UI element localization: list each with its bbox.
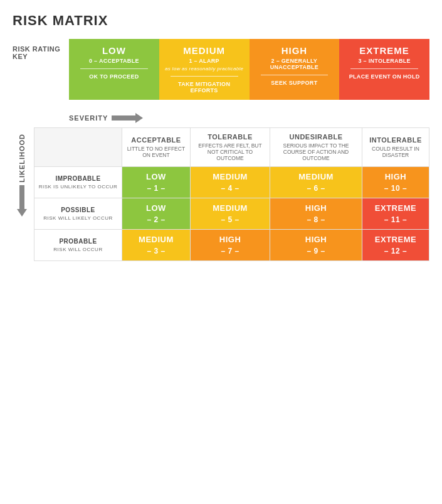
row-label-improbable: IMPROBABLERISK IS UNLIKELY TO OCCUR: [34, 167, 122, 198]
cell-r0-c1: MEDIUM– 4 –: [190, 167, 270, 198]
medium-desc2: as low as reasonably practicable: [164, 66, 245, 72]
cell-r0-c3: HIGH– 10 –: [362, 167, 429, 198]
intolerable-header: INTOLERABLE: [369, 136, 422, 144]
intolerable-sub: COULD RESULT IN DISASTER: [366, 146, 425, 158]
likelihood-label: LIKELIHOOD: [18, 134, 26, 183]
low-level: LOW: [74, 45, 154, 56]
severity-label: SEVERITY: [69, 114, 108, 122]
high-level: HIGH: [255, 45, 335, 56]
row-label-possible: POSSIBLERISK WILL LIKELY OCCUR: [34, 198, 122, 230]
extreme-action: PLACE EVENT ON HOLD: [344, 73, 424, 80]
tolerable-sub: EFFECTS ARE FELT, BUT NOT CRITICAL TO OU…: [194, 142, 266, 161]
matrix-row: IMPROBABLERISK IS UNLIKELY TO OCCURLOW– …: [34, 167, 429, 198]
rating-box-extreme: EXTREME 3 – INTOLERABLE PLACE EVENT ON H…: [339, 39, 429, 100]
matrix-row: POSSIBLERISK WILL LIKELY OCCURLOW– 2 –ME…: [34, 198, 429, 230]
cell-r1-c2: HIGH– 8 –: [270, 198, 362, 230]
cell-r2-c3: EXTREME– 12 –: [362, 230, 429, 261]
acceptable-sub: LITTLE TO NO EFFECT ON EVENT: [126, 146, 186, 158]
severity-col-acceptable: ACCEPTABLE LITTLE TO NO EFFECT ON EVENT: [122, 128, 191, 167]
high-desc: 2 – GENERALLY UNACCEPTABLE: [255, 58, 335, 70]
risk-matrix-table: ACCEPTABLE LITTLE TO NO EFFECT ON EVENT …: [34, 127, 429, 261]
cell-r0-c0: LOW– 1 –: [122, 167, 191, 198]
cell-r1-c3: EXTREME– 11 –: [362, 198, 429, 230]
medium-level: MEDIUM: [164, 45, 245, 56]
extreme-level: EXTREME: [344, 45, 424, 56]
acceptable-header: ACCEPTABLE: [131, 136, 181, 144]
rating-key-label: RISK RATING KEY: [13, 39, 69, 60]
severity-arrow-icon: [112, 112, 143, 124]
likelihood-col: LIKELIHOOD: [13, 127, 31, 217]
undesirable-header: UNDESIRABLE: [290, 133, 343, 141]
cell-r2-c1: HIGH– 7 –: [190, 230, 270, 261]
undesirable-sub: SERIOUS IMPACT TO THE COURSE OF ACTION A…: [274, 142, 358, 161]
medium-action: TAKE MITIGATION EFFORTS: [164, 81, 245, 94]
low-action: OK TO PROCEED: [74, 73, 154, 80]
low-desc: 0 – ACCEPTABLE: [74, 58, 154, 64]
cell-r0-c2: MEDIUM– 6 –: [270, 167, 362, 198]
tolerable-header: TOLERABLE: [208, 133, 253, 141]
page-title: RISK MATRIX: [13, 13, 429, 29]
row-label-probable: PROBABLERISK WILL OCCUR: [34, 230, 122, 261]
matrix-row: PROBABLERISK WILL OCCURMEDIUM– 3 –HIGH– …: [34, 230, 429, 261]
severity-header-row: ACCEPTABLE LITTLE TO NO EFFECT ON EVENT …: [34, 128, 429, 167]
high-action: SEEK SUPPORT: [255, 80, 335, 86]
rating-box-high: HIGH 2 – GENERALLY UNACCEPTABLE SEEK SUP…: [250, 39, 340, 100]
svg-marker-1: [17, 185, 27, 217]
severity-col-intolerable: INTOLERABLE COULD RESULT IN DISASTER: [362, 128, 429, 167]
matrix-table-wrapper: ACCEPTABLE LITTLE TO NO EFFECT ON EVENT …: [34, 127, 429, 261]
cell-r2-c0: MEDIUM– 3 –: [122, 230, 191, 261]
extreme-desc: 3 – INTOLERABLE: [344, 58, 424, 64]
rating-key-section: RISK RATING KEY LOW 0 – ACCEPTABLE OK TO…: [13, 39, 429, 100]
cell-r1-c1: MEDIUM– 5 –: [190, 198, 270, 230]
medium-desc1: 1 – ALARP: [164, 58, 245, 64]
likelihood-arrow-icon: [16, 185, 28, 217]
rating-key-boxes: LOW 0 – ACCEPTABLE OK TO PROCEED MEDIUM …: [69, 39, 429, 100]
cell-r2-c2: HIGH– 9 –: [270, 230, 362, 261]
corner-header: [34, 128, 122, 167]
svg-marker-0: [112, 113, 143, 123]
rating-box-medium: MEDIUM 1 – ALARP as low as reasonably pr…: [159, 39, 250, 100]
rating-box-low: LOW 0 – ACCEPTABLE OK TO PROCEED: [69, 39, 159, 100]
cell-r1-c0: LOW– 2 –: [122, 198, 191, 230]
severity-col-tolerable: TOLERABLE EFFECTS ARE FELT, BUT NOT CRIT…: [190, 128, 270, 167]
severity-header-row: SEVERITY: [69, 112, 429, 124]
matrix-container: LIKELIHOOD ACCEPTABLE LITTLE TO NO EFFEC…: [13, 127, 429, 261]
severity-col-undesirable: UNDESIRABLE SERIOUS IMPACT TO THE COURSE…: [270, 128, 362, 167]
